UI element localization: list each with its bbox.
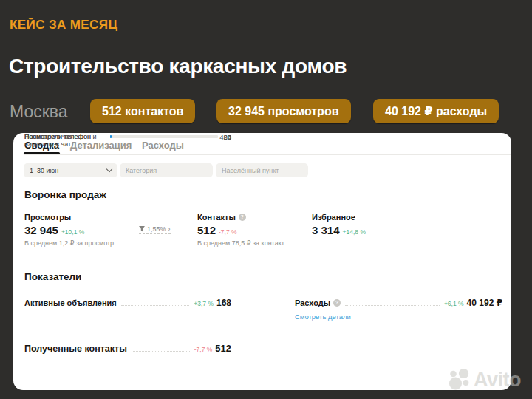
category-input[interactable] xyxy=(120,163,213,177)
metric-contacts-note: В среднем 78,5 ₽ за контакт xyxy=(197,239,284,247)
dotted-leader xyxy=(121,305,189,306)
info-icon[interactable] xyxy=(239,214,246,221)
period-select[interactable]: 1–30 июн xyxy=(24,163,117,177)
metric-views-value: 32 945 xyxy=(24,224,58,236)
analytics-card: Сводка Детализация Расходы 1–30 июн Воро… xyxy=(13,133,511,390)
metric-views: Просмотры 32 945 +10,1 % В среднем 1,2 ₽… xyxy=(24,213,114,247)
active-ads-row: Активные объявления +3,7 % 168 xyxy=(24,298,231,308)
metric-contacts-label: Контакты xyxy=(197,213,236,222)
page-title: Строительство каркасных домов xyxy=(9,55,347,78)
expenses-value: 40 192 ₽ xyxy=(467,298,502,308)
metric-views-note: В среднем 1,2 ₽ за просмотр xyxy=(24,239,114,247)
dotted-leader xyxy=(132,351,190,352)
funnel-conversion-chip[interactable]: 1,55% › xyxy=(139,225,171,234)
funnel-icon xyxy=(139,226,145,232)
metric-views-delta: +10,1 % xyxy=(61,228,84,236)
expenses-row: Расходы +6,1 % 40 192 ₽ xyxy=(295,298,502,308)
conversion-value: 1,55% xyxy=(147,225,166,233)
metric-contacts-value: 512 xyxy=(197,224,216,236)
info-icon[interactable] xyxy=(333,299,341,307)
stat-badge-contacts: 512 контактов xyxy=(90,99,195,123)
chevron-down-icon xyxy=(106,166,112,172)
expenses-delta: +6,1 % xyxy=(444,300,464,307)
active-ads-delta: +3,7 % xyxy=(194,300,214,307)
metric-contacts-delta: -7,7 % xyxy=(219,228,237,236)
active-ads-label: Активные объявления xyxy=(24,299,117,307)
funnel-section-title: Воронка продаж xyxy=(24,189,106,200)
stat-badge-views: 32 945 просмотров xyxy=(216,99,351,123)
metric-favorites-delta: +14,8 % xyxy=(343,228,366,236)
stat-badge-expenses: 40 192 ₽ расходы xyxy=(373,99,499,123)
metric-favorites-label: Избранное xyxy=(312,213,366,222)
tabs-divider xyxy=(24,154,511,155)
metric-contacts: Контакты 512 -7,7 % В среднем 78,5 ₽ за … xyxy=(197,213,284,247)
active-ads-value: 168 xyxy=(216,298,231,308)
bar-fill xyxy=(110,135,112,138)
expenses-label: Расходы xyxy=(295,299,330,307)
case-kicker: КЕЙС ЗА МЕСЯЦ xyxy=(10,18,117,33)
dotted-leader xyxy=(345,305,440,306)
metric-favorites: Избранное 3 314 +14,8 % xyxy=(312,213,366,236)
metric-favorites-value: 3 314 xyxy=(312,224,340,236)
received-contacts-title: Полученные контакты xyxy=(24,344,127,354)
received-contacts-total: 512 xyxy=(215,343,231,354)
indicators-section-title: Показатели xyxy=(24,271,81,282)
locality-input[interactable] xyxy=(216,163,308,177)
bar-label: Посмотрели телефон и написали в чат xyxy=(24,133,109,148)
city-label: Москва xyxy=(10,102,68,122)
bar-value: 8 xyxy=(206,133,231,141)
period-select-value: 1–30 июн xyxy=(30,167,58,174)
chevron-right-icon: › xyxy=(168,225,171,233)
metric-views-label: Просмотры xyxy=(24,213,114,222)
see-details-link[interactable]: Смотреть детали xyxy=(295,313,351,321)
received-contacts-delta: -7,7 % xyxy=(194,346,213,353)
bar-track xyxy=(110,135,218,138)
promo-page: КЕЙС ЗА МЕСЯЦ Строительство каркасных до… xyxy=(0,0,532,399)
received-contacts-row: Полученные контакты -7,7 % 512 xyxy=(24,343,231,354)
bar-row-phone-and-chat: Посмотрели телефон и написали в чат 8 xyxy=(24,133,231,149)
